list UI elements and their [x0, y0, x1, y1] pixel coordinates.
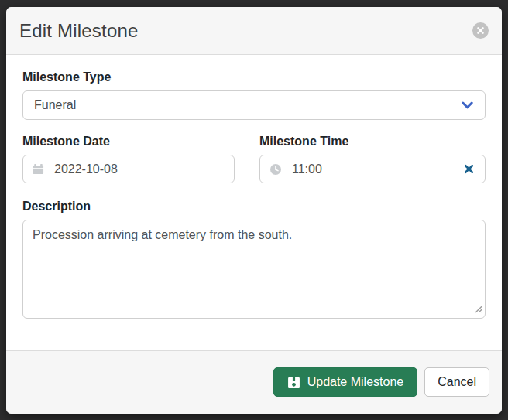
update-milestone-label: Update Milestone [307, 375, 404, 389]
description-field: Procession arriving at cemetery from the… [22, 220, 486, 319]
clear-time-button[interactable] [462, 162, 475, 176]
cancel-label: Cancel [438, 375, 476, 389]
chevron-down-icon [462, 101, 473, 110]
dialog-title: Edit Milestone [19, 20, 139, 42]
update-milestone-button[interactable]: Update Milestone [273, 367, 418, 397]
milestone-date-input[interactable] [54, 162, 225, 176]
milestone-time-label: Milestone Time [259, 134, 486, 149]
dialog-footer: Update Milestone Cancel [6, 350, 502, 414]
save-icon [287, 376, 300, 389]
milestone-date-field [22, 155, 235, 183]
milestone-date-group: Milestone Date [22, 134, 235, 183]
milestone-date-label: Milestone Date [22, 134, 235, 149]
calendar-icon [33, 163, 44, 175]
milestone-type-value: Funeral [34, 98, 76, 112]
cancel-button[interactable]: Cancel [424, 367, 489, 397]
x-icon [464, 164, 474, 174]
edit-milestone-dialog: Edit Milestone Milestone Type Funeral Mi… [6, 7, 502, 414]
close-icon [476, 26, 485, 35]
milestone-time-group: Milestone Time [259, 134, 486, 183]
milestone-time-input[interactable] [292, 162, 452, 176]
milestone-type-select[interactable]: Funeral [22, 90, 486, 120]
milestone-type-label: Milestone Type [22, 70, 486, 84]
clock-icon [269, 163, 282, 176]
date-time-row: Milestone Date Milestone Time [22, 134, 486, 183]
resize-grip-icon[interactable] [473, 304, 482, 313]
dialog-body: Milestone Type Funeral Milestone Date [6, 55, 502, 350]
close-button[interactable] [472, 22, 489, 39]
milestone-time-field [259, 155, 486, 183]
description-textarea[interactable]: Procession arriving at cemetery from the… [22, 220, 486, 319]
dialog-header: Edit Milestone [6, 7, 502, 55]
description-label: Description [22, 199, 486, 213]
